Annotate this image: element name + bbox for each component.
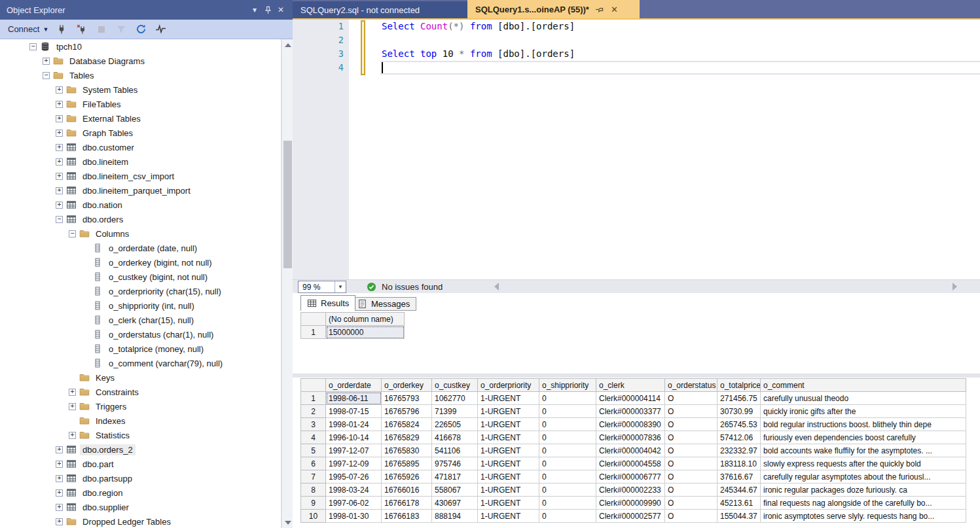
grid-cell[interactable]: Clerk#000007836 (596, 431, 665, 444)
grid-cell[interactable]: 232332.97 (717, 444, 761, 457)
tree-item[interactable]: +dbo.orders_2 (0, 442, 281, 457)
grid-cell[interactable]: 1998-06-11 (326, 392, 382, 405)
grid-cell[interactable]: carefully regular asymptotes about the f… (761, 470, 966, 484)
grid-row-header[interactable]: 5 (301, 444, 326, 457)
grid-cell[interactable]: 471817 (432, 470, 478, 484)
tree-item[interactable]: o_orderstatus (char(1), null) (0, 327, 281, 342)
tree-item[interactable]: +dbo.nation (0, 198, 281, 212)
tree-item[interactable]: o_clerk (char(15), null) (0, 313, 281, 327)
scroll-up-icon[interactable] (282, 39, 293, 50)
tree-expander-icon[interactable]: + (69, 432, 76, 439)
grid-cell[interactable]: 1-URGENT (478, 444, 539, 457)
grid-cell[interactable]: 71399 (432, 405, 478, 418)
grid-cell[interactable]: 0 (539, 444, 596, 457)
grid-cell[interactable]: O (665, 510, 717, 523)
grid-cell[interactable]: 1997-06-02 (326, 497, 382, 510)
grid-cell[interactable]: 416678 (432, 431, 478, 444)
tree-item[interactable]: +Graph Tables (0, 126, 281, 140)
grid-cell[interactable]: O (665, 484, 717, 497)
tab-pin-icon[interactable] (594, 5, 604, 14)
hscroll-left-icon[interactable] (494, 283, 499, 290)
grid-cell[interactable]: 0 (539, 497, 596, 510)
tree-item[interactable]: o_orderpriority (char(15), null) (0, 284, 281, 298)
grid-cell[interactable]: 16765829 (382, 431, 432, 444)
zoom-combo-arrow-icon[interactable]: ▼ (335, 281, 346, 292)
sql-editor[interactable]: 1234 Select Count(*) from [dbo].[orders]… (293, 20, 980, 279)
activity-monitor-icon[interactable] (154, 24, 166, 35)
grid-cell[interactable]: O (665, 405, 717, 418)
grid-cell[interactable]: 155044.37 (717, 510, 761, 523)
tree-item[interactable]: o_orderdate (date, null) (0, 241, 281, 255)
grid-cell[interactable]: O (665, 392, 717, 405)
grid-cell[interactable]: 16766178 (382, 497, 432, 510)
disconnect-icon[interactable] (76, 24, 88, 35)
tree-item[interactable]: o_comment (varchar(79), null) (0, 356, 281, 370)
grid-column-header[interactable]: o_totalprice (717, 379, 761, 392)
tree-expander-icon[interactable]: + (56, 461, 63, 468)
grid-cell[interactable]: 1062770 (432, 392, 478, 405)
grid-cell[interactable]: 0 (539, 470, 596, 484)
grid-cell[interactable]: Clerk#000002233 (596, 484, 665, 497)
grid-row-header[interactable]: 4 (301, 431, 326, 444)
tree-expander-icon[interactable]: + (56, 446, 63, 453)
grid-cell[interactable]: 1998-07-15 (326, 405, 382, 418)
tab-close-icon[interactable]: ✕ (609, 5, 619, 14)
grid-cell[interactable]: 0 (539, 484, 596, 497)
grid-cell[interactable]: Clerk#000004558 (596, 457, 665, 470)
tree-expander-icon[interactable]: + (69, 403, 76, 410)
tab-sqlquery2[interactable]: SQLQuery2.sql - not connected (293, 1, 467, 18)
tree-item[interactable]: +dbo.part (0, 457, 281, 471)
grid-cell[interactable]: Clerk#000009990 (596, 497, 665, 510)
grid-cell[interactable]: 541106 (432, 444, 478, 457)
grid-cell[interactable]: 1-URGENT (478, 431, 539, 444)
tree-item[interactable]: +dbo.lineitem_csv_import (0, 169, 281, 183)
connect-button[interactable]: Connect ▼ (8, 24, 48, 34)
grid-corner-cell[interactable] (301, 379, 326, 392)
grid-cell[interactable]: 15000000 (326, 326, 405, 339)
grid-row-header[interactable]: 1 (301, 326, 326, 339)
grid-cell[interactable]: slowly express requests after the quickl… (761, 457, 966, 470)
tree-item[interactable]: +Statistics (0, 428, 281, 442)
scroll-down-icon[interactable] (282, 517, 293, 528)
tree-item[interactable]: +Dropped Ledger Tables (0, 514, 281, 528)
tree-item[interactable]: −tpch10 (0, 39, 281, 54)
tree-expander-icon[interactable]: + (56, 173, 63, 180)
tree-item[interactable]: +dbo.partsupp (0, 471, 281, 485)
grid-cell[interactable]: 1-URGENT (478, 392, 539, 405)
tree-expander-icon[interactable]: − (43, 72, 50, 79)
grid-cell[interactable]: 1998-01-24 (326, 418, 382, 431)
tree-item[interactable]: +External Tables (0, 111, 281, 126)
grid-cell[interactable]: final requests nag alongside of the care… (761, 497, 966, 510)
grid-cell[interactable]: O (665, 431, 717, 444)
grid-column-header[interactable]: o_orderstatus (665, 379, 717, 392)
grid-cell[interactable]: 45213.61 (717, 497, 761, 510)
grid-cell[interactable]: 183118.10 (717, 457, 761, 470)
grid-cell[interactable]: 1998-03-24 (326, 484, 382, 497)
grid-cell[interactable]: 1-URGENT (478, 470, 539, 484)
grid-cell[interactable]: 57412.06 (717, 431, 761, 444)
grid-cell[interactable]: 0 (539, 431, 596, 444)
grid-cell[interactable]: 37616.67 (717, 470, 761, 484)
grid-cell[interactable]: 0 (539, 405, 596, 418)
grid-row-header[interactable]: 10 (301, 510, 326, 523)
grid-cell[interactable]: 16765895 (382, 457, 432, 470)
grid-cell[interactable]: 16765824 (382, 418, 432, 431)
grid-column-header[interactable]: o_orderkey (382, 379, 432, 392)
grid-cell[interactable]: ironic asymptotes serve slyly. requests … (761, 510, 966, 523)
connect-object-icon[interactable] (56, 24, 68, 35)
tree-item[interactable]: +dbo.lineitem_parquet_import (0, 183, 281, 198)
tree-expander-icon[interactable]: + (56, 130, 63, 137)
tree-item[interactable]: +FileTables (0, 97, 281, 111)
scrollbar-thumb[interactable] (283, 141, 292, 268)
tree-expander-icon[interactable]: + (69, 389, 76, 396)
grid-cell[interactable]: 16766183 (382, 510, 432, 523)
grid-cell[interactable]: 226505 (432, 418, 478, 431)
tree-expander-icon[interactable]: + (56, 86, 63, 94)
tree-expander-icon[interactable]: + (56, 202, 63, 209)
grid-cell[interactable]: 1-URGENT (478, 497, 539, 510)
grid-cell[interactable]: bold accounts wake fluffily for the asym… (761, 444, 966, 457)
tab-messages[interactable]: Messages (351, 297, 416, 311)
grid-cell[interactable]: carefully unusual theodo (761, 392, 966, 405)
grid-cell[interactable]: Clerk#000006777 (596, 470, 665, 484)
grid-cell[interactable]: quickly ironic gifts after the (761, 405, 966, 418)
